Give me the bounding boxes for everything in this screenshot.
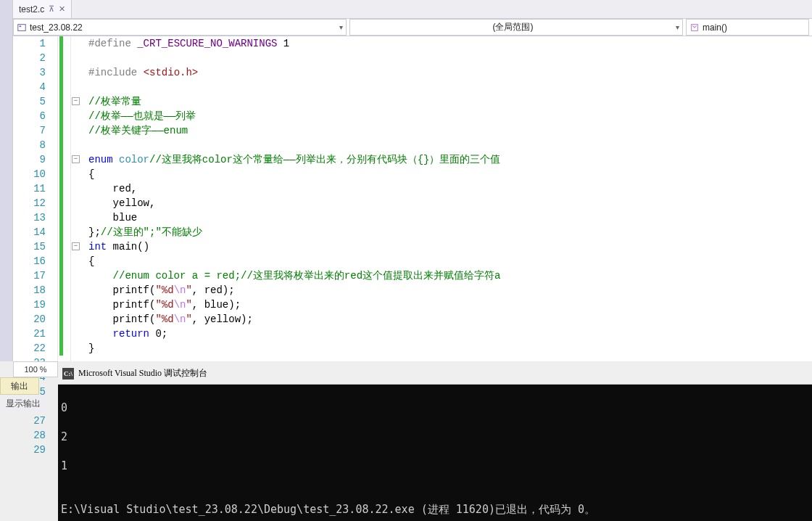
- line-number: 22: [13, 341, 46, 356]
- line-number: 10: [13, 167, 46, 181]
- method-icon: [689, 22, 700, 33]
- code-line: printf("%d\n", red);: [81, 283, 812, 298]
- line-number: 29: [13, 443, 46, 457]
- project-icon: [17, 22, 27, 33]
- line-number: 13: [13, 210, 46, 225]
- svg-rect-1: [20, 25, 22, 27]
- chevron-down-icon: ▾: [339, 23, 343, 31]
- console-line: E:\Visual Studio\test_23.08.22\Debug\tes…: [61, 502, 809, 517]
- zoom-level[interactable]: 100 %: [13, 361, 58, 377]
- code-line: {: [81, 254, 812, 268]
- line-number: 9: [13, 152, 46, 167]
- console-title: Microsoft Visual Studio 调试控制台: [78, 367, 207, 380]
- line-number: 11: [13, 181, 46, 196]
- line-number-gutter: 1 2 3 4 5 6 7 8 9 10 11 12 13 14 15 16 1…: [13, 36, 58, 361]
- fold-toggle[interactable]: −: [72, 97, 80, 105]
- tab-label: test2.c: [19, 4, 44, 15]
- change-bar: [59, 36, 63, 356]
- output-source-label: 显示输出: [0, 395, 46, 412]
- line-number: 4: [13, 80, 46, 94]
- line-number: 7: [13, 123, 46, 138]
- editor-area: test2.c ⊼ ✕ test_23.08.22 ▾ (全局范围) ▾ mai…: [13, 0, 812, 361]
- fold-toggle[interactable]: −: [72, 242, 80, 250]
- code-line: };//这里的";"不能缺少: [81, 225, 812, 239]
- line-number: 14: [13, 225, 46, 239]
- console-icon: C:\: [62, 368, 74, 380]
- code-line: printf("%d\n", blue);: [81, 298, 812, 312]
- change-marker-gutter: [58, 36, 71, 361]
- output-tab-label: 输出: [11, 380, 28, 393]
- line-number: 5: [13, 94, 46, 109]
- close-icon[interactable]: ✕: [59, 4, 65, 14]
- line-number: 20: [13, 312, 46, 327]
- navigation-bar: test_23.08.22 ▾ (全局范围) ▾ main(): [13, 19, 812, 36]
- project-scope-dropdown[interactable]: test_23.08.22 ▾: [13, 19, 347, 36]
- symbol-dropdown[interactable]: main(): [686, 19, 809, 36]
- left-tool-strip[interactable]: [0, 0, 13, 361]
- code-line: //enum color a = red;//这里我将枚举出来的red这个值提取…: [81, 268, 812, 283]
- line-number: 19: [13, 298, 46, 312]
- line-number: 15: [13, 239, 46, 254]
- code-line: }: [81, 341, 812, 356]
- console-output[interactable]: 0 2 1 E:\Visual Studio\test_23.08.22\Deb…: [58, 385, 812, 521]
- output-tab[interactable]: 输出: [0, 377, 39, 395]
- file-tab[interactable]: test2.c ⊼ ✕: [13, 0, 72, 18]
- code-line: enum color//这里我将color这个常量给——列举出来，分别有代码块（…: [81, 152, 812, 167]
- console-title-bar[interactable]: C:\ Microsoft Visual Studio 调试控制台: [58, 363, 812, 385]
- console-line: 2: [61, 430, 809, 444]
- code-line: {: [81, 167, 812, 181]
- line-number: 6: [13, 109, 46, 123]
- code-line: yellow,: [81, 196, 812, 210]
- code-line: //枚举关键字——enum: [81, 123, 812, 138]
- line-number: 2: [13, 51, 46, 65]
- zoom-value: 100 %: [24, 365, 46, 374]
- tab-bar: test2.c ⊼ ✕: [13, 0, 812, 19]
- line-number: 21: [13, 327, 46, 341]
- line-number: 16: [13, 254, 46, 268]
- chevron-down-icon: ▾: [676, 23, 679, 31]
- code-line: [81, 138, 812, 152]
- code-line: //枚举常量: [81, 94, 812, 109]
- symbol-label: main(): [703, 22, 805, 33]
- code-line: #include <stdio.h>: [81, 65, 812, 80]
- console-line: 1: [61, 459, 809, 473]
- code-line: printf("%d\n", yellow);: [81, 312, 812, 327]
- scope-label: (全局范围): [353, 21, 673, 33]
- code-line: return 0;: [81, 327, 812, 341]
- fold-gutter: − − −: [71, 36, 81, 361]
- line-number: 18: [13, 283, 46, 298]
- code-line: [81, 51, 812, 65]
- code-line: int main(): [81, 239, 812, 254]
- code-editor[interactable]: 1 2 3 4 5 6 7 8 9 10 11 12 13 14 15 16 1…: [13, 36, 812, 361]
- line-number: 28: [13, 428, 46, 443]
- line-number: 1: [13, 36, 46, 51]
- pin-icon[interactable]: ⊼: [49, 4, 54, 14]
- code-content[interactable]: #define _CRT_ESCURE_NO_WARNINGS 1 #inclu…: [81, 36, 812, 361]
- console-line: 0: [61, 401, 809, 415]
- scope-dropdown[interactable]: (全局范围) ▾: [349, 19, 683, 36]
- line-number: 27: [13, 414, 46, 428]
- code-line: blue: [81, 210, 812, 225]
- code-line: #define _CRT_ESCURE_NO_WARNINGS 1: [81, 36, 812, 51]
- project-name: test_23.08.22: [30, 22, 336, 33]
- line-number: 8: [13, 138, 46, 152]
- code-line: [81, 80, 812, 94]
- line-number: 3: [13, 65, 46, 80]
- line-number: 17: [13, 268, 46, 283]
- line-number: 12: [13, 196, 46, 210]
- debug-console-window: C:\ Microsoft Visual Studio 调试控制台 0 2 1 …: [58, 363, 812, 521]
- svg-rect-0: [18, 24, 26, 30]
- code-line: red,: [81, 181, 812, 196]
- fold-toggle[interactable]: −: [72, 155, 80, 163]
- code-line: //枚举——也就是——列举: [81, 109, 812, 123]
